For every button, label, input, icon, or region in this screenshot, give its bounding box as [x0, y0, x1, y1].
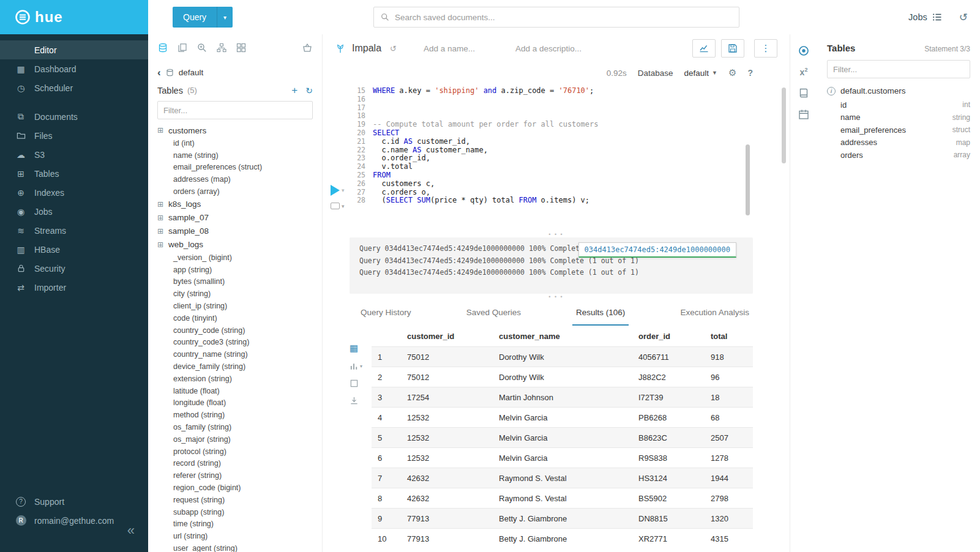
resize-handle-bottom[interactable]: • • •: [323, 294, 790, 300]
column-item[interactable]: email_preferences (struct): [157, 162, 313, 174]
column-item[interactable]: latitude (float): [157, 385, 313, 397]
column-item[interactable]: country_name (string): [157, 348, 313, 360]
column-item[interactable]: user_agent (string): [157, 542, 313, 552]
support-link[interactable]: ? Support: [0, 492, 148, 511]
column-header-total[interactable]: total: [705, 326, 753, 347]
sidebar-item-jobs[interactable]: ◉Jobs: [0, 202, 148, 221]
apps-grid-icon[interactable]: [236, 43, 246, 53]
column-item[interactable]: referer (string): [157, 469, 313, 482]
column-item[interactable]: _version_ (bigint): [157, 252, 313, 264]
column-item[interactable]: country_code (string): [157, 324, 313, 337]
query-id-tooltip[interactable]: 034d413ec7474ed5:4249de1000000000: [578, 242, 736, 258]
tab-query-history[interactable]: Query History: [357, 300, 415, 326]
column-item-name[interactable]: namestring: [840, 111, 970, 124]
right-filter-input[interactable]: [827, 60, 970, 78]
code-editor[interactable]: 1516171819202122232425262728 WHERE a.key…: [323, 83, 790, 231]
column-header-customer-id[interactable]: customer_id: [401, 326, 493, 347]
create-table-icon[interactable]: +: [291, 85, 297, 95]
sidebar-item-s3[interactable]: ☁S3: [0, 145, 148, 164]
database-source-icon[interactable]: [158, 43, 168, 53]
column-item[interactable]: country_code3 (string): [157, 337, 313, 349]
chart-options-caret[interactable]: ▾: [360, 364, 362, 369]
hue-logo[interactable]: hue: [0, 0, 148, 34]
column-item[interactable]: client_ip (string): [157, 300, 313, 312]
column-item[interactable]: subapp (string): [157, 506, 313, 518]
column-item[interactable]: name (string): [157, 149, 313, 162]
column-item[interactable]: os_major (string): [157, 433, 313, 446]
column-header-customer-name[interactable]: customer_name: [493, 326, 632, 347]
sidebar-item-streams[interactable]: ≋Streams: [0, 221, 148, 240]
help-icon[interactable]: ?: [747, 68, 753, 78]
language-reference-icon[interactable]: [798, 88, 809, 99]
info-icon[interactable]: i: [827, 87, 836, 95]
snippet-history-icon[interactable]: ↺: [390, 44, 397, 53]
main-scrollbar[interactable]: [782, 88, 786, 163]
query-description-input[interactable]: [515, 44, 619, 53]
column-item[interactable]: orders (array): [157, 185, 313, 198]
expand-results-icon[interactable]: [350, 379, 359, 388]
functions-icon[interactable]: x2: [800, 67, 808, 77]
table-item-sample-08[interactable]: ⊞sample_08: [157, 225, 313, 238]
column-header-order-id[interactable]: order_id: [632, 326, 705, 347]
refresh-tables-icon[interactable]: ↻: [305, 86, 313, 95]
table-row[interactable]: 977913Betty J. GiambroneDN88151320: [372, 509, 753, 529]
sidebar-item-files[interactable]: Files: [0, 126, 148, 145]
column-item-orders[interactable]: ordersarray: [840, 149, 970, 162]
table-row[interactable]: 842632Raymond S. VestalBS59022798: [372, 488, 753, 509]
column-item[interactable]: code (tinyint): [157, 312, 313, 324]
column-item[interactable]: os_family (string): [157, 421, 313, 433]
active-table[interactable]: i default.customers: [827, 86, 970, 95]
column-item[interactable]: city (string): [157, 288, 313, 300]
back-chevron-icon[interactable]: ‹: [157, 67, 161, 78]
column-item-addresses[interactable]: addressesmap: [840, 136, 970, 149]
chart-button[interactable]: [692, 39, 716, 58]
table-row[interactable]: 317254Martin JohnsonI72T3918: [372, 387, 753, 408]
table-item-customers[interactable]: ⊞customers: [157, 124, 313, 137]
database-breadcrumb[interactable]: default: [179, 68, 204, 77]
column-item[interactable]: url (string): [157, 530, 313, 542]
column-item[interactable]: extension (string): [157, 373, 313, 385]
query-name-input[interactable]: [424, 44, 509, 53]
column-item[interactable]: method (string): [157, 409, 313, 421]
table-filter-input[interactable]: [157, 101, 313, 119]
grid-view-icon[interactable]: ▦: [350, 343, 358, 354]
editor-scrollbar[interactable]: [746, 144, 750, 215]
jobs-button[interactable]: Jobs: [908, 12, 942, 22]
table-row[interactable]: 512532Melvin GarciaB8623C2507: [372, 428, 753, 448]
sidebar-item-hbase[interactable]: ▥HBase: [0, 240, 148, 259]
tab-saved-queries[interactable]: Saved Queries: [463, 300, 525, 326]
column-item[interactable]: longitude (float): [157, 397, 313, 409]
column-item-id[interactable]: idint: [840, 99, 970, 111]
schedule-icon[interactable]: [798, 109, 809, 120]
column-item[interactable]: protocol (string): [157, 446, 313, 458]
sidebar-item-editor[interactable]: Editor: [0, 40, 148, 59]
snippet-settings-button[interactable]: ▾: [331, 203, 345, 209]
table-row[interactable]: 612532Melvin GarciaR9S8381278: [372, 448, 753, 468]
documents-assist-icon[interactable]: [178, 43, 187, 53]
column-item[interactable]: id (int): [157, 137, 313, 149]
table-row[interactable]: 1077913Betty J. GiambroneXR27714315: [372, 529, 753, 549]
column-item[interactable]: addresses (map): [157, 173, 313, 185]
execute-button[interactable]: ▾: [331, 185, 345, 196]
search-assist-icon[interactable]: [197, 43, 207, 53]
save-button[interactable]: [721, 39, 744, 58]
query-history-icon[interactable]: ↺: [959, 11, 968, 24]
table-item-sample-07[interactable]: ⊞sample_07: [157, 211, 313, 225]
sidebar-item-scheduler[interactable]: ◷Scheduler: [0, 78, 148, 97]
table-item-web-logs[interactable]: ⊞web_logs: [157, 238, 313, 252]
sitemap-icon[interactable]: [217, 43, 226, 53]
tab-execution-analysis[interactable]: Execution Analysis: [676, 300, 753, 326]
settings-gear-icon[interactable]: ⚙: [728, 67, 736, 78]
column-item[interactable]: record (string): [157, 458, 313, 470]
column-item[interactable]: time (string): [157, 518, 313, 531]
table-item-k8s-logs[interactable]: ⊞k8s_logs: [157, 198, 313, 211]
column-item-email-preferences[interactable]: email_preferencesstruct: [840, 124, 970, 136]
sidebar-item-security[interactable]: Security: [0, 259, 148, 278]
resize-handle-top[interactable]: • • •: [323, 231, 790, 237]
new-query-button[interactable]: Query ▾: [173, 7, 233, 28]
collapse-sidebar-button[interactable]: «: [127, 524, 135, 537]
table-row[interactable]: 412532Melvin GarciaPB626868: [372, 408, 753, 428]
column-item[interactable]: app (string): [157, 264, 313, 276]
download-icon[interactable]: [350, 396, 359, 405]
sidebar-item-importer[interactable]: ⇄Importer: [0, 278, 148, 297]
